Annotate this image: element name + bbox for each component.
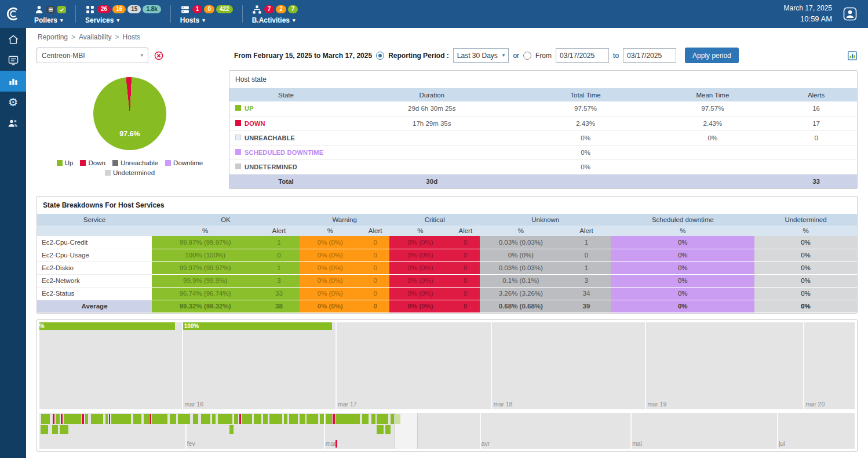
breakdown-sub-header: %: [389, 226, 451, 236]
breadcrumb-item[interactable]: Availability: [79, 33, 111, 41]
breakdown-cell-ud: 0%: [754, 249, 857, 261]
up-bar: [178, 414, 190, 424]
up-bar: [385, 425, 391, 434]
counter-badge: 7: [264, 5, 275, 13]
menu-bactivities[interactable]: 727 B.Activities ▾: [244, 0, 307, 28]
breakdown-cell-ok: 3: [258, 274, 300, 287]
breakdown-cell-crit: 0% (0%): [389, 274, 451, 287]
clear-selection-icon[interactable]: [154, 51, 163, 60]
availability-timeline-navigator[interactable]: fevmaravrmaijui: [39, 413, 855, 449]
host-state-total-cell: [650, 174, 776, 188]
breakdown-cell-ud: 0%: [754, 274, 857, 287]
host-state-cell: [650, 159, 776, 174]
legend-label: Undetermined: [113, 169, 155, 176]
down-bar: [239, 414, 242, 424]
host-state-row: UNDETERMINED0%: [229, 159, 857, 174]
breadcrumb-item[interactable]: Reporting: [38, 33, 68, 41]
breakdown-group-header: Warning: [300, 214, 390, 226]
breakdown-cell-ud: 0%: [754, 300, 857, 312]
legend-label: Downtime: [173, 159, 203, 166]
service-name: Ec2-Network: [37, 274, 152, 287]
timeline-axis-label: mar: [326, 440, 336, 447]
host-state-column-header: Duration: [342, 88, 521, 101]
sidebar-item-reporting[interactable]: [0, 71, 26, 92]
pie-legend: UpDownUnreachableDowntimeUndetermined: [37, 159, 223, 176]
host-state-cell: 0%: [650, 130, 776, 145]
breakdown-cell-warn: 0% (0%): [300, 249, 361, 261]
sidebar-item-home[interactable]: [0, 29, 26, 50]
navigator-selection-handle[interactable]: [394, 413, 418, 449]
breakdown-cell-sd: 0%: [611, 261, 754, 274]
custom-period-radio[interactable]: [523, 52, 531, 60]
up-bar: [377, 414, 388, 424]
centreon-logo[interactable]: [0, 0, 26, 28]
availability-ribbon: 100%: [183, 322, 332, 330]
chevron-down-icon: ▾: [293, 18, 296, 23]
navigator-current-marker: [335, 440, 337, 448]
up-bar: [234, 414, 238, 424]
breakdown-sub-header: %: [480, 226, 562, 236]
host-state-cell: 17h 29m 35s: [342, 116, 521, 130]
menu-hosts[interactable]: 10422 Hosts ▾: [172, 0, 241, 28]
down-bar: [53, 414, 55, 424]
host-state-cell: 2.43%: [521, 116, 650, 130]
up-bar: [41, 414, 50, 424]
breakdown-cell-unk: 1: [562, 236, 611, 249]
breakdown-cell-ok: 33: [258, 287, 300, 300]
pie-value-label: 97.6%: [93, 130, 166, 138]
down-bar: [82, 414, 84, 424]
breakdown-cell-sd: 0%: [611, 236, 754, 249]
service-name: Ec2-Diskio: [37, 261, 152, 274]
timeline-axis-label: mar 17: [338, 401, 357, 408]
breakdown-cell-unk: 39: [562, 300, 611, 312]
breakdown-cell-sd: 0%: [611, 274, 754, 287]
topbar-divider: [170, 5, 171, 23]
breakdown-cell-ok: 99.97% (99.97%): [152, 236, 258, 249]
menu-pollers[interactable]: Pollers ▾: [26, 0, 74, 28]
services-icon: [85, 5, 95, 14]
timeline-axis-label: mar 16: [184, 401, 203, 408]
state-swatch: [235, 163, 241, 169]
up-bar: [269, 414, 283, 424]
breakdown-row: Ec2-Cpu-Credit99.97% (99.97%)10% (0%)00%…: [37, 236, 857, 249]
service-name: Ec2-Status: [37, 287, 152, 300]
hosts-icon: [180, 5, 190, 14]
sidebar-item-configuration[interactable]: ⚙: [0, 92, 26, 112]
host-state-cell: 29d 6h 30m 25s: [342, 101, 521, 116]
breakdown-average-row: Average99.32% (99.32%)380% (0%)00% (0%)0…: [37, 300, 857, 312]
up-bar: [170, 414, 176, 424]
breadcrumb-item[interactable]: Hosts: [123, 33, 141, 41]
breakdown-row: Ec2-Status96.74% (96.74%)330% (0%)00% (0…: [37, 287, 857, 300]
breakdown-sub-header: %: [611, 226, 754, 236]
host-state-cell: 2.43%: [650, 116, 776, 130]
up-bar: [307, 414, 318, 424]
state-label: UP: [245, 105, 254, 112]
to-date-input[interactable]: [623, 48, 676, 63]
breakdown-cell-warn: 0: [361, 261, 390, 274]
breakdown-cell-crit: 0: [451, 287, 480, 300]
timeline-gridline: [803, 322, 804, 409]
host-select[interactable]: Centreon-MBI ▾: [37, 48, 148, 63]
reporting-period-radio[interactable]: [376, 52, 384, 60]
apply-period-button[interactable]: Apply period: [685, 48, 739, 63]
monitoring-icon: [8, 54, 19, 66]
home-icon: [8, 34, 19, 45]
menu-hosts-label: Hosts: [180, 16, 199, 24]
down-bar: [109, 414, 111, 424]
up-bar: [91, 414, 103, 424]
menu-services[interactable]: 2616151.8k Services ▾: [77, 0, 169, 28]
breakdown-cell-ok: 0: [258, 249, 300, 261]
sidebar-item-monitoring[interactable]: [0, 50, 26, 71]
pollers-status: [34, 3, 66, 15]
pie-panel: 97.6% UpDownUnreachableDowntimeUndetermi…: [37, 70, 223, 189]
export-report-icon[interactable]: [847, 50, 858, 61]
breakdown-cell-ud: 0%: [754, 236, 857, 249]
from-date-input[interactable]: [556, 48, 609, 63]
sidebar-item-administration[interactable]: [0, 112, 26, 133]
from-label: From: [535, 52, 552, 60]
up-bar: [193, 414, 199, 424]
user-menu-button[interactable]: [841, 5, 859, 23]
legend-item: Unreachable: [112, 159, 158, 166]
period-select[interactable]: Last 30 Days ▾: [453, 48, 509, 63]
legend-swatch: [80, 160, 86, 166]
